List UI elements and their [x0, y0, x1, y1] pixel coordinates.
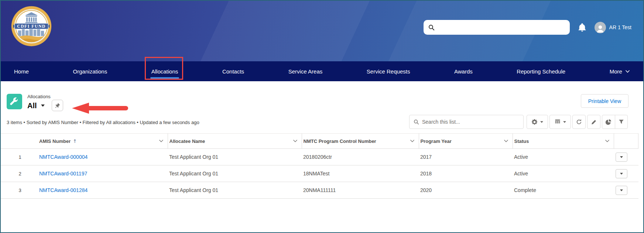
- nav-tab-home[interactable]: Home: [14, 61, 29, 81]
- allocatee-name-cell: Test Applicant Org 01: [168, 165, 302, 182]
- row-number: 2: [1, 165, 38, 182]
- chevron-down-icon[interactable]: [410, 140, 415, 143]
- list-view-name: All: [27, 101, 37, 110]
- list-search-input[interactable]: [422, 115, 523, 129]
- nav-tab-service-requests[interactable]: Service Requests: [367, 61, 410, 81]
- list-search[interactable]: [409, 115, 524, 129]
- column-header-program-year[interactable]: Program Year: [419, 134, 513, 149]
- inline-edit-button[interactable]: [587, 115, 600, 129]
- user-menu[interactable]: AR 1 Test: [595, 22, 631, 33]
- status-cell: Active: [513, 165, 614, 182]
- program-year-cell: 2017: [419, 149, 513, 165]
- search-icon: [428, 24, 435, 31]
- search-icon: [414, 119, 419, 125]
- nmtc-program-control-number-cell: 20180206ctr: [302, 149, 419, 165]
- nav-tab-service-areas[interactable]: Service Areas: [288, 61, 323, 81]
- allocatee-name-cell: Test Applicant Org 01: [168, 182, 302, 199]
- gear-icon: [531, 119, 538, 125]
- filters-button[interactable]: [615, 115, 627, 129]
- program-year-cell: 2018: [419, 165, 513, 182]
- row-actions-button[interactable]: [616, 153, 627, 162]
- nav-tab-more[interactable]: More: [610, 61, 630, 81]
- column-header-amis-number[interactable]: AMIS Number ↑: [38, 134, 168, 149]
- charts-button[interactable]: [602, 115, 615, 129]
- program-year-cell: 2020: [419, 182, 513, 199]
- table-row: 2 NMTCAward-001197 Test Applicant Org 01…: [1, 165, 638, 182]
- chart-filter-group: [602, 115, 628, 129]
- list-meta-row: 3 items • Sorted by AMIS Number • Filter…: [1, 115, 643, 129]
- list-meta-text: 3 items • Sorted by AMIS Number • Filter…: [7, 120, 199, 129]
- person-icon: [596, 24, 605, 33]
- printable-view-button[interactable]: Printable View: [581, 94, 628, 108]
- list-view-header: Allocations All Printable View: [1, 81, 643, 111]
- caret-down-icon: [540, 121, 543, 123]
- caret-down-icon: [620, 189, 623, 191]
- cdfi-fund-seal-icon: CDFI FUND: [10, 5, 52, 47]
- pie-chart-icon: [606, 119, 612, 125]
- nav-tab-contacts[interactable]: Contacts: [222, 61, 244, 81]
- nav-tab-reporting-schedule[interactable]: Reporting Schedule: [517, 61, 565, 81]
- caret-down-icon: [620, 156, 623, 158]
- nav-tab-organizations[interactable]: Organizations: [73, 61, 107, 81]
- column-header-status[interactable]: Status: [513, 134, 614, 149]
- cdfi-fund-logo: CDFI FUND: [10, 5, 52, 47]
- filter-funnel-icon: [619, 119, 624, 125]
- nmtc-program-control-number-cell: 20NMA111111: [302, 182, 419, 199]
- list-toolbar: [409, 115, 628, 129]
- row-actions-button[interactable]: [616, 169, 627, 178]
- sort-ascending-icon: ↑: [73, 138, 77, 144]
- status-cell: Complete: [513, 182, 614, 199]
- chevron-down-icon: [625, 70, 630, 73]
- notifications-bell-icon[interactable]: [578, 23, 586, 32]
- caret-down-icon: [620, 173, 623, 175]
- pin-list-view-button[interactable]: [52, 100, 63, 111]
- table-header-row: AMIS Number ↑ Allocatee Name NMT: [1, 134, 638, 149]
- amis-app-window: CDFI FUND: [0, 0, 644, 233]
- chevron-down-icon[interactable]: [159, 140, 164, 143]
- chevron-down-icon[interactable]: [293, 140, 298, 143]
- row-number: 1: [1, 149, 38, 165]
- column-header-nmtc-program-control-number[interactable]: NMTC Program Control Number: [302, 134, 419, 149]
- row-number-header: [1, 134, 38, 149]
- table-row: 3 NMTCAward-001284 Test Applicant Org 01…: [1, 182, 638, 199]
- global-header: CDFI FUND: [1, 1, 643, 61]
- row-actions-header: [614, 134, 638, 149]
- wrench-icon: [10, 97, 19, 106]
- column-header-allocatee-name[interactable]: Allocatee Name: [168, 134, 302, 149]
- row-number: 3: [1, 182, 38, 199]
- chevron-down-icon[interactable]: [504, 140, 508, 143]
- row-actions-button[interactable]: [616, 186, 627, 195]
- avatar: [595, 22, 606, 33]
- list-view-region: Allocations All Printable View: [1, 81, 643, 233]
- allocations-table: AMIS Number ↑ Allocatee Name NMT: [1, 133, 638, 199]
- list-settings-button[interactable]: [527, 115, 548, 129]
- header-actions: AR 1 Test: [424, 20, 631, 35]
- allocations-object-icon: [7, 94, 22, 109]
- record-link[interactable]: NMTCAward-000004: [39, 154, 88, 160]
- nmtc-program-control-number-cell: 18NMATest: [302, 165, 419, 182]
- refresh-icon: [576, 119, 582, 125]
- global-search[interactable]: [424, 20, 570, 35]
- table-row: 1 NMTCAward-000004 Test Applicant Org 01…: [1, 149, 638, 165]
- record-link[interactable]: NMTCAward-001197: [39, 171, 87, 177]
- nav-tab-awards[interactable]: Awards: [454, 61, 473, 81]
- display-as-button[interactable]: [549, 115, 571, 129]
- logo-banner-text: CDFI FUND: [17, 24, 46, 29]
- pencil-icon: [591, 119, 597, 125]
- pushpin-icon: [55, 103, 60, 108]
- table-grid-icon: [555, 119, 561, 125]
- primary-nav: Home Organizations Allocations Contacts …: [1, 61, 643, 81]
- refresh-button[interactable]: [572, 115, 586, 129]
- global-search-input[interactable]: [438, 20, 570, 35]
- record-link[interactable]: NMTCAward-001284: [39, 187, 88, 193]
- caret-down-icon: [563, 121, 566, 123]
- object-label: Allocations: [27, 94, 63, 100]
- chevron-down-icon[interactable]: [605, 140, 610, 143]
- user-name: AR 1 Test: [609, 24, 631, 30]
- allocatee-name-cell: Test Applicant Org 01: [168, 149, 302, 165]
- view-selector-caret-icon[interactable]: [41, 104, 45, 107]
- nav-tab-allocations[interactable]: Allocations: [151, 61, 178, 81]
- status-cell: Active: [513, 149, 614, 165]
